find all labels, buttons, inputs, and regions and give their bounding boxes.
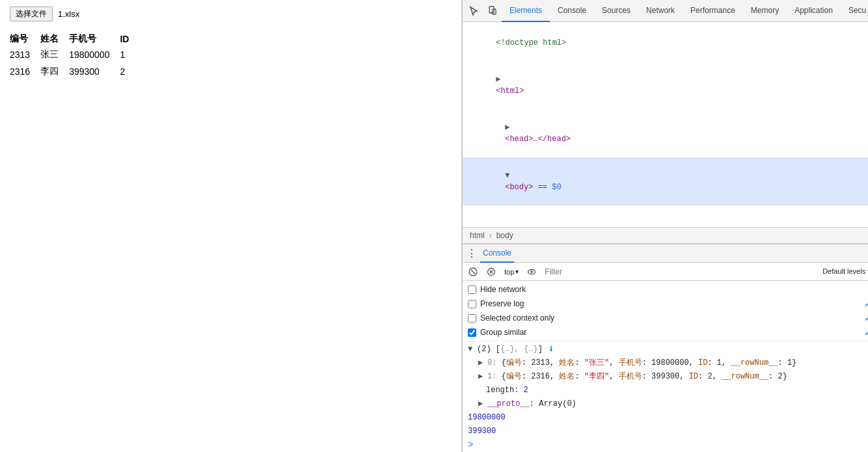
proto-text: __proto__: Array(0) [487, 398, 576, 410]
col-header-phone: 手机号 [69, 32, 120, 46]
table-cell: 399300 [69, 63, 120, 80]
option-preserve-log: Preserve log ✓ [468, 297, 868, 311]
console-menu-dots[interactable]: ⋮ [467, 247, 476, 259]
tab-security[interactable]: Secu [841, 0, 868, 22]
file-input-area: 选择文件 1.xlsx [10, 7, 452, 21]
table-cell: 2313 [10, 46, 40, 63]
console-prompt-line[interactable]: > [463, 438, 868, 452]
option-hide-network: Hide network ✓ [468, 282, 868, 297]
table-area: 编号 姓名 手机号 ID 2313张三1980000012316李四399300… [10, 32, 452, 80]
expand-body-arrow[interactable]: ▼ [505, 171, 509, 180]
dom-doctype[interactable]: <!doctype html> [463, 25, 868, 61]
stop-icon[interactable] [483, 264, 499, 280]
table-cell: 19800000 [69, 46, 120, 63]
table-cell: 1 [120, 46, 139, 63]
context-label: top [504, 268, 514, 276]
array-header-text: (2) [{…}, {…}] ℹ [477, 343, 552, 355]
console-item-1[interactable]: ▶ 1: {编号: 2316, 姓名: "李四", 手机号: 399300, I… [463, 370, 868, 384]
table-cell: 2 [120, 63, 139, 80]
tab-network[interactable]: Network [638, 0, 683, 22]
console-proto[interactable]: ▶ __proto__: Array(0) [463, 397, 868, 411]
table-row: 2316李四3993002 [10, 63, 139, 80]
devtools-toolbar: Elements Console Sources Network Perform… [463, 0, 868, 22]
group-similar-right-check: ✓ [864, 328, 868, 338]
dom-html-open[interactable]: ▶ <html> [463, 61, 868, 109]
group-similar-label: Group similar [480, 328, 526, 337]
preserve-log-right-check: ✓ [864, 299, 868, 309]
dom-head[interactable]: ▶ <head>…</head> [463, 109, 868, 157]
console-length: length: 2 [463, 384, 868, 397]
console-array-header[interactable]: ▼ (2) [{…}, {…}] ℹ [463, 343, 868, 356]
cursor-icon[interactable] [465, 2, 483, 20]
data-table: 编号 姓名 手机号 ID 2313张三1980000012316李四399300… [10, 32, 139, 80]
console-context-select[interactable]: top ▾ [502, 268, 521, 276]
breadcrumb-bar: html › body [463, 227, 868, 244]
array-expand-arrow[interactable]: ▼ [468, 343, 477, 355]
body-tag: <body> == $0 [505, 183, 561, 192]
hide-network-label: Hide network [480, 285, 526, 294]
file-select-button[interactable]: 选择文件 [10, 7, 53, 21]
left-panel: 选择文件 1.xlsx 编号 姓名 手机号 ID 2313张三198000001… [0, 0, 462, 452]
breadcrumb-body[interactable]: body [495, 230, 515, 241]
device-icon[interactable] [483, 2, 502, 20]
tab-elements[interactable]: Elements [502, 0, 550, 22]
tab-performance[interactable]: Performance [683, 0, 743, 22]
preserve-log-checkbox[interactable] [468, 300, 476, 308]
svg-point-2 [491, 11, 493, 12]
tab-sources[interactable]: Sources [594, 0, 638, 22]
console-item-0[interactable]: ▶ 0: {编号: 2313, 姓名: "张三", 手机号: 19800000,… [463, 356, 868, 370]
expand-html-arrow[interactable]: ▶ [496, 75, 500, 84]
svg-line-4 [471, 270, 475, 274]
dom-body[interactable]: ▼ <body> == $0 [463, 157, 868, 206]
table-cell: 张三 [40, 46, 69, 63]
selected-context-label: Selected context only [480, 313, 554, 323]
item1-expand-arrow[interactable]: ▶ [478, 371, 487, 382]
devtools-panel: Elements Console Sources Network Perform… [462, 0, 868, 452]
col-header-name: 姓名 [40, 32, 69, 46]
console-options: Hide network ✓ Preserve log ✓ Selected c… [463, 281, 868, 341]
context-dropdown-arrow: ▾ [515, 268, 519, 275]
hide-network-checkbox[interactable] [468, 286, 476, 294]
selected-context-checkbox[interactable] [468, 314, 476, 323]
svg-point-9 [530, 271, 533, 273]
table-row: 2313张三198000001 [10, 46, 139, 63]
item0-text: 0: {编号: 2313, 姓名: "张三", 手机号: 19800000, I… [487, 357, 796, 369]
preserve-log-label: Preserve log [480, 299, 524, 308]
col-header-uid: ID [120, 32, 139, 46]
table-cell: 李四 [40, 63, 69, 80]
item1-text: 1: {编号: 2316, 姓名: "李四", 手机号: 399300, ID:… [487, 371, 787, 382]
elements-panel: <!doctype html> ▶ <html> ▶ <head>…</head… [463, 22, 868, 227]
tab-console[interactable]: Console [550, 0, 594, 22]
console-value-1: 19800000 [463, 411, 868, 425]
value1-text: 19800000 [468, 412, 506, 423]
console-prompt-symbol: > [468, 439, 473, 451]
selected-context-right-check: ✓ [864, 313, 868, 323]
clear-console-button[interactable] [465, 264, 481, 280]
console-header: ⋮ Console [463, 245, 868, 263]
file-name-label: 1.xlsx [58, 9, 79, 19]
tab-memory[interactable]: Memory [743, 0, 787, 22]
col-header-id: 编号 [10, 32, 40, 46]
group-similar-checkbox[interactable] [468, 328, 476, 337]
doctype-text: <!doctype html> [496, 38, 566, 47]
console-section: ⋮ Console top ▾ [463, 244, 868, 452]
table-header-row: 编号 姓名 手机号 ID [10, 32, 139, 46]
breadcrumb-html[interactable]: html [468, 230, 487, 241]
dom-input[interactable]: <input type="file" onchange="importf(thi… [463, 206, 868, 227]
console-output: ▼ (2) [{…}, {…}] ℹ ▶ 0: {编号: 2313, 姓名: "… [463, 341, 868, 452]
html-tag: <html> [496, 86, 524, 96]
value2-text: 399300 [468, 425, 496, 437]
proto-expand-arrow[interactable]: ▶ [478, 398, 487, 410]
head-tag: <head>…</head> [505, 135, 571, 144]
eye-icon[interactable] [524, 264, 539, 280]
console-tab-label[interactable]: Console [480, 245, 514, 263]
option-group-similar: Group similar ✓ [468, 325, 868, 339]
expand-head-arrow[interactable]: ▶ [505, 123, 509, 132]
table-cell: 2316 [10, 63, 40, 80]
option-selected-context: Selected context only ✓ [468, 311, 868, 325]
length-text: length: 2 [486, 384, 528, 396]
default-levels-dropdown[interactable]: Default levels ▾ [820, 267, 868, 276]
console-filter-input[interactable] [542, 266, 817, 278]
item0-expand-arrow[interactable]: ▶ [478, 357, 487, 369]
tab-application[interactable]: Application [787, 0, 841, 22]
